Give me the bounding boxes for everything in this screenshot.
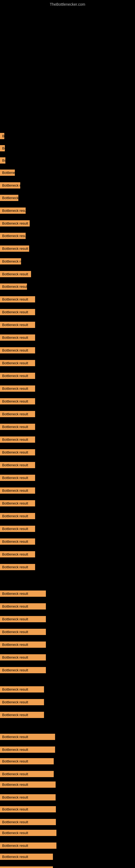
bottleneck-result-item: Bottleneck result (0, 538, 35, 545)
bottleneck-result-item: Bottleneck result (0, 347, 35, 353)
bottleneck-result-item: Bottleneck result (0, 182, 20, 188)
bottleneck-result-item: Bottleneck result (0, 373, 35, 379)
bottleneck-result-item: Bottleneck result (0, 488, 35, 494)
bottleneck-result-item: Bottleneck result (0, 145, 5, 151)
bottleneck-result-item: Bottleneck result (0, 854, 53, 860)
bottleneck-result-item: Bottleneck result (0, 195, 18, 201)
bottleneck-result-item: Bottleneck result (0, 157, 5, 163)
bottleneck-result-item: Bottleneck result (0, 699, 44, 705)
bottleneck-result-item: Bottleneck result (0, 758, 54, 764)
bottleneck-result-item: Bottleneck result (0, 654, 46, 660)
bottleneck-result-item: Bottleneck result (0, 436, 35, 443)
bottleneck-result-item: Bottleneck result (0, 246, 29, 252)
bottleneck-result-item: Bottleneck result (0, 385, 35, 392)
bottleneck-result-item: Bottleneck result (0, 335, 35, 341)
bottleneck-result-item: Bottleneck result (0, 551, 35, 557)
bottleneck-result-item: Bottleneck result (0, 564, 35, 570)
bottleneck-result-item: Bottleneck result (0, 283, 27, 290)
bottleneck-result-item: Bottleneck result (0, 734, 55, 740)
bottleneck-result-item: Bottleneck result (0, 513, 35, 519)
bottleneck-result-item: Bottleneck result (0, 794, 56, 801)
bottleneck-result-item: Bottleneck result (0, 712, 44, 718)
bottleneck-result-item: Bottleneck result (0, 526, 35, 532)
bottleneck-result-item: Bottleneck result (0, 398, 35, 404)
bottleneck-result-item: Bottleneck result (0, 590, 46, 597)
bottleneck-result-item: Bottleneck result (0, 220, 30, 226)
bottleneck-result-item: Bottleneck result (0, 296, 35, 303)
bottleneck-result-item: Bottleneck result (0, 642, 46, 648)
bottleneck-result-item: Bottleneck result (0, 603, 46, 610)
bottleneck-result-item: Bottleneck result (0, 806, 56, 812)
bottleneck-result-item: Bottleneck result (0, 133, 4, 139)
bottleneck-result-item: Bottleneck result (0, 462, 35, 468)
bottleneck-result-item: Bottleneck result (0, 475, 35, 481)
bottleneck-result-item: Bottleneck result (0, 271, 31, 277)
site-title: TheBottlenecker.com (50, 2, 85, 6)
bottleneck-result-item: Bottleneck result (0, 667, 46, 673)
bottleneck-result-item: Bottleneck result (0, 169, 15, 176)
bottleneck-result-item: Bottleneck result (0, 233, 26, 239)
bottleneck-result-item: Bottleneck result (0, 819, 56, 825)
bottleneck-result-item: Bottleneck result (0, 781, 56, 788)
bottleneck-result-item: Bottleneck result (0, 686, 44, 692)
bottleneck-result-item: Bottleneck result (0, 309, 35, 315)
bottleneck-result-item: Bottleneck result (0, 208, 26, 214)
bottleneck-result-item: Bottleneck result (0, 258, 21, 265)
bottleneck-result-item: Bottleneck result (0, 746, 55, 753)
bottleneck-result-item: Bottleneck result (0, 629, 46, 635)
bottleneck-result-item: Bottleneck result (0, 424, 35, 430)
bottleneck-result-item: Bottleneck result (0, 771, 54, 777)
bottleneck-result-item: Bottleneck result (0, 830, 56, 836)
bottleneck-result-item: Bottleneck result (0, 500, 35, 506)
bottleneck-result-item: Bottleneck result (0, 842, 56, 849)
bottleneck-result-item: Bottleneck result (0, 449, 35, 456)
bottleneck-result-item: Bottleneck result (0, 866, 53, 868)
bottleneck-result-item: Bottleneck result (0, 322, 35, 328)
bottleneck-result-item: Bottleneck result (0, 360, 35, 366)
bottleneck-result-item: Bottleneck result (0, 616, 46, 622)
bottleneck-result-item: Bottleneck result (0, 411, 35, 417)
